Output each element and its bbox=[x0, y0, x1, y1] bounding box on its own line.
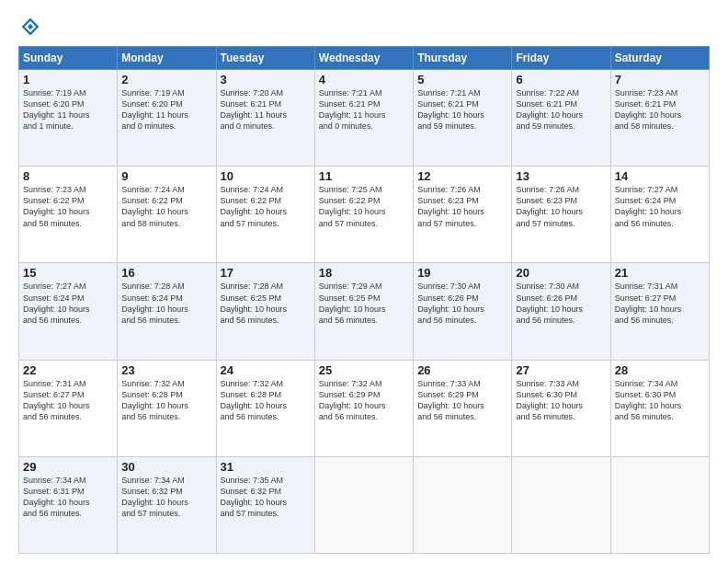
calendar-cell: 6Sunrise: 7:22 AMSunset: 6:21 PMDaylight… bbox=[512, 70, 610, 167]
calendar-cell: 25Sunrise: 7:32 AMSunset: 6:29 PMDayligh… bbox=[314, 360, 413, 456]
day-number: 9 bbox=[121, 169, 211, 183]
calendar-header-row: SundayMondayTuesdayWednesdayThursdayFrid… bbox=[19, 47, 710, 70]
day-number: 30 bbox=[121, 460, 211, 474]
day-number: 12 bbox=[417, 169, 507, 183]
calendar-week-5: 29Sunrise: 7:34 AMSunset: 6:31 PMDayligh… bbox=[19, 456, 710, 553]
calendar-cell: 21Sunrise: 7:31 AMSunset: 6:27 PMDayligh… bbox=[610, 263, 709, 360]
logo bbox=[18, 17, 40, 37]
day-number: 10 bbox=[221, 169, 311, 183]
header bbox=[18, 17, 710, 37]
day-number: 22 bbox=[23, 363, 113, 377]
calendar-cell: 18Sunrise: 7:29 AMSunset: 6:25 PMDayligh… bbox=[314, 263, 413, 360]
day-content: Sunrise: 7:21 AMSunset: 6:21 PMDaylight:… bbox=[417, 87, 507, 132]
calendar-cell: 30Sunrise: 7:34 AMSunset: 6:32 PMDayligh… bbox=[118, 456, 216, 553]
day-content: Sunrise: 7:19 AMSunset: 6:20 PMDaylight:… bbox=[23, 87, 113, 132]
calendar-cell: 23Sunrise: 7:32 AMSunset: 6:28 PMDayligh… bbox=[118, 360, 216, 456]
logo-icon bbox=[20, 17, 40, 37]
day-number: 16 bbox=[121, 266, 211, 280]
calendar-cell: 4Sunrise: 7:21 AMSunset: 6:21 PMDaylight… bbox=[314, 70, 413, 167]
day-number: 11 bbox=[319, 169, 409, 183]
day-number: 7 bbox=[615, 73, 705, 86]
calendar-cell: 17Sunrise: 7:28 AMSunset: 6:25 PMDayligh… bbox=[216, 263, 314, 360]
day-number: 21 bbox=[615, 266, 705, 280]
calendar-cell: 27Sunrise: 7:33 AMSunset: 6:30 PMDayligh… bbox=[512, 360, 610, 456]
day-number: 1 bbox=[23, 73, 113, 86]
day-content: Sunrise: 7:35 AMSunset: 6:32 PMDaylight:… bbox=[221, 475, 311, 520]
calendar-week-3: 15Sunrise: 7:27 AMSunset: 6:24 PMDayligh… bbox=[19, 263, 710, 360]
day-content: Sunrise: 7:27 AMSunset: 6:24 PMDaylight:… bbox=[23, 281, 113, 326]
calendar-cell: 10Sunrise: 7:24 AMSunset: 6:22 PMDayligh… bbox=[216, 167, 314, 263]
day-number: 17 bbox=[221, 266, 311, 280]
day-content: Sunrise: 7:33 AMSunset: 6:30 PMDaylight:… bbox=[516, 378, 606, 423]
calendar-cell: 5Sunrise: 7:21 AMSunset: 6:21 PMDaylight… bbox=[414, 70, 512, 167]
weekday-header-friday: Friday bbox=[512, 47, 610, 70]
day-content: Sunrise: 7:30 AMSunset: 6:26 PMDaylight:… bbox=[516, 281, 606, 326]
day-number: 8 bbox=[23, 169, 113, 183]
day-number: 13 bbox=[516, 169, 606, 183]
day-content: Sunrise: 7:31 AMSunset: 6:27 PMDaylight:… bbox=[615, 281, 705, 326]
calendar-cell: 9Sunrise: 7:24 AMSunset: 6:22 PMDaylight… bbox=[118, 167, 216, 263]
calendar-cell: 26Sunrise: 7:33 AMSunset: 6:29 PMDayligh… bbox=[414, 360, 512, 456]
calendar-cell: 20Sunrise: 7:30 AMSunset: 6:26 PMDayligh… bbox=[512, 263, 610, 360]
day-number: 6 bbox=[516, 73, 606, 86]
calendar-table: SundayMondayTuesdayWednesdayThursdayFrid… bbox=[18, 46, 710, 554]
day-content: Sunrise: 7:33 AMSunset: 6:29 PMDaylight:… bbox=[417, 378, 507, 423]
day-content: Sunrise: 7:32 AMSunset: 6:28 PMDaylight:… bbox=[221, 378, 311, 423]
day-content: Sunrise: 7:21 AMSunset: 6:21 PMDaylight:… bbox=[319, 87, 409, 132]
calendar-cell: 7Sunrise: 7:23 AMSunset: 6:21 PMDaylight… bbox=[610, 70, 709, 167]
calendar-cell: 11Sunrise: 7:25 AMSunset: 6:22 PMDayligh… bbox=[314, 167, 413, 263]
page: SundayMondayTuesdayWednesdayThursdayFrid… bbox=[0, 0, 728, 563]
calendar-cell bbox=[314, 456, 413, 553]
day-content: Sunrise: 7:26 AMSunset: 6:23 PMDaylight:… bbox=[516, 184, 606, 229]
day-content: Sunrise: 7:34 AMSunset: 6:30 PMDaylight:… bbox=[615, 378, 705, 423]
calendar-cell: 22Sunrise: 7:31 AMSunset: 6:27 PMDayligh… bbox=[19, 360, 118, 456]
day-content: Sunrise: 7:22 AMSunset: 6:21 PMDaylight:… bbox=[516, 87, 606, 132]
calendar-cell: 28Sunrise: 7:34 AMSunset: 6:30 PMDayligh… bbox=[610, 360, 709, 456]
day-number: 20 bbox=[516, 266, 606, 280]
calendar-cell bbox=[512, 456, 610, 553]
day-content: Sunrise: 7:34 AMSunset: 6:31 PMDaylight:… bbox=[23, 475, 113, 520]
day-content: Sunrise: 7:34 AMSunset: 6:32 PMDaylight:… bbox=[121, 475, 211, 520]
day-number: 25 bbox=[319, 363, 409, 377]
calendar-cell: 14Sunrise: 7:27 AMSunset: 6:24 PMDayligh… bbox=[610, 167, 709, 263]
calendar-cell: 24Sunrise: 7:32 AMSunset: 6:28 PMDayligh… bbox=[216, 360, 314, 456]
day-number: 5 bbox=[417, 73, 507, 86]
weekday-header-thursday: Thursday bbox=[414, 47, 512, 70]
calendar-cell: 13Sunrise: 7:26 AMSunset: 6:23 PMDayligh… bbox=[512, 167, 610, 263]
weekday-header-sunday: Sunday bbox=[19, 47, 118, 70]
weekday-header-wednesday: Wednesday bbox=[314, 47, 413, 70]
calendar-cell: 3Sunrise: 7:20 AMSunset: 6:21 PMDaylight… bbox=[216, 70, 314, 167]
day-content: Sunrise: 7:27 AMSunset: 6:24 PMDaylight:… bbox=[615, 184, 705, 229]
day-content: Sunrise: 7:32 AMSunset: 6:28 PMDaylight:… bbox=[121, 378, 211, 423]
day-number: 4 bbox=[319, 73, 409, 86]
day-content: Sunrise: 7:32 AMSunset: 6:29 PMDaylight:… bbox=[319, 378, 409, 423]
day-number: 18 bbox=[319, 266, 409, 280]
day-content: Sunrise: 7:24 AMSunset: 6:22 PMDaylight:… bbox=[221, 184, 311, 229]
day-content: Sunrise: 7:30 AMSunset: 6:26 PMDaylight:… bbox=[417, 281, 507, 326]
calendar-week-4: 22Sunrise: 7:31 AMSunset: 6:27 PMDayligh… bbox=[19, 360, 710, 456]
weekday-header-saturday: Saturday bbox=[610, 47, 709, 70]
day-number: 29 bbox=[23, 460, 113, 474]
day-content: Sunrise: 7:19 AMSunset: 6:20 PMDaylight:… bbox=[121, 87, 211, 132]
calendar-week-1: 1Sunrise: 7:19 AMSunset: 6:20 PMDaylight… bbox=[19, 70, 710, 167]
day-number: 27 bbox=[516, 363, 606, 377]
calendar-cell: 31Sunrise: 7:35 AMSunset: 6:32 PMDayligh… bbox=[216, 456, 314, 553]
calendar-cell: 19Sunrise: 7:30 AMSunset: 6:26 PMDayligh… bbox=[414, 263, 512, 360]
day-number: 28 bbox=[615, 363, 705, 377]
day-content: Sunrise: 7:23 AMSunset: 6:21 PMDaylight:… bbox=[615, 87, 705, 132]
day-number: 19 bbox=[417, 266, 507, 280]
calendar-cell: 2Sunrise: 7:19 AMSunset: 6:20 PMDaylight… bbox=[118, 70, 216, 167]
day-content: Sunrise: 7:28 AMSunset: 6:24 PMDaylight:… bbox=[121, 281, 211, 326]
day-number: 24 bbox=[221, 363, 311, 377]
day-number: 31 bbox=[221, 460, 311, 474]
day-content: Sunrise: 7:25 AMSunset: 6:22 PMDaylight:… bbox=[319, 184, 409, 229]
day-content: Sunrise: 7:23 AMSunset: 6:22 PMDaylight:… bbox=[23, 184, 113, 229]
day-number: 2 bbox=[121, 73, 211, 86]
calendar-cell bbox=[414, 456, 512, 553]
calendar-cell: 16Sunrise: 7:28 AMSunset: 6:24 PMDayligh… bbox=[118, 263, 216, 360]
day-content: Sunrise: 7:24 AMSunset: 6:22 PMDaylight:… bbox=[121, 184, 211, 229]
calendar-cell: 29Sunrise: 7:34 AMSunset: 6:31 PMDayligh… bbox=[19, 456, 118, 553]
calendar-cell: 1Sunrise: 7:19 AMSunset: 6:20 PMDaylight… bbox=[19, 70, 118, 167]
weekday-header-monday: Monday bbox=[118, 47, 216, 70]
day-number: 14 bbox=[615, 169, 705, 183]
